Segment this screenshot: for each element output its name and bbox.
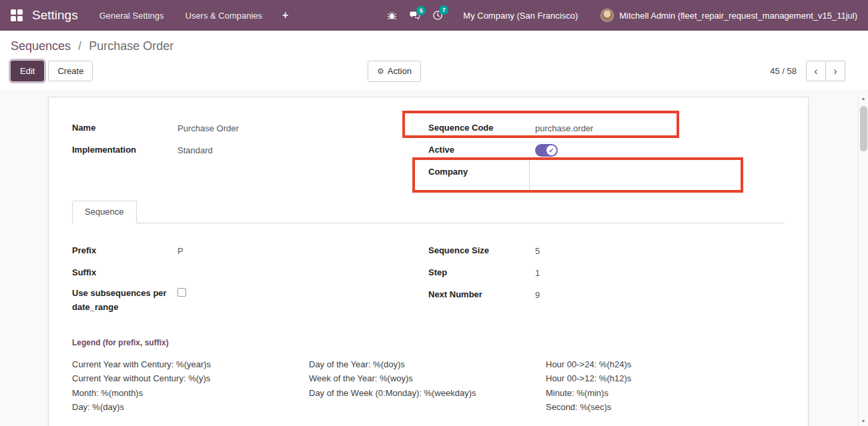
user-name: Mitchell Admin (fleet_repair_request_man… <box>619 11 857 21</box>
field-use-subsequences: Use subsequences per date_range <box>72 286 428 315</box>
legend-item: Hour 00->12: %(h12)s <box>546 371 785 385</box>
legend-item: Day of the Week (0:Monday): %(weekday)s <box>309 386 546 400</box>
step-label: Step <box>428 265 535 279</box>
pager-next-button[interactable]: › <box>825 61 845 81</box>
field-implementation: Implementation Standard <box>72 141 428 159</box>
field-step: Step 1 <box>428 264 785 281</box>
field-sequence-code: Sequence Code purchase.order <box>428 119 785 137</box>
implementation-value: Standard <box>177 145 213 155</box>
sequence-field-group: Prefix P Suffix Use subsequences per dat… <box>72 242 785 319</box>
pager-count: 45 / 58 <box>770 66 797 76</box>
activities-clock-icon[interactable]: 7 <box>432 10 443 21</box>
legend-item: Day of the Year: %(doy)s <box>309 357 546 371</box>
use-subsequences-checkbox[interactable] <box>177 288 186 297</box>
form-view: Name Purchase Order Implementation Stand… <box>0 89 868 426</box>
avatar <box>600 9 614 22</box>
action-label: Action <box>388 66 412 76</box>
scrollbar-down-button[interactable]: ▼ <box>859 416 868 426</box>
sequence-code-value: purchase.order <box>535 123 593 133</box>
apps-menu-icon[interactable] <box>11 9 23 21</box>
activities-badge: 7 <box>439 5 448 15</box>
messages-badge: 5 <box>416 6 426 15</box>
scrollbar-thumb[interactable] <box>860 106 867 151</box>
breadcrumb: Sequences / Purchase Order <box>0 31 868 61</box>
app-name[interactable]: Settings <box>32 8 78 23</box>
name-label: Name <box>72 121 177 135</box>
legend-item: Current Year with Century: %(year)s <box>72 357 309 371</box>
edit-button[interactable]: Edit <box>11 61 44 81</box>
create-button[interactable]: Create <box>48 61 93 81</box>
tab-sequence[interactable]: Sequence <box>72 201 137 223</box>
legend-title: Legend (for prefix, suffix) <box>72 338 785 347</box>
chevron-right-icon: › <box>833 65 837 77</box>
form-sheet: Name Purchase Order Implementation Stand… <box>48 97 809 426</box>
legend-section: Legend (for prefix, suffix) Current Year… <box>72 338 785 415</box>
active-label: Active <box>428 143 535 157</box>
field-prefix: Prefix P <box>72 242 428 259</box>
action-button[interactable]: ⚙Action <box>368 61 421 82</box>
notebook-tabs: Sequence <box>72 201 785 223</box>
messages-icon[interactable]: 5 <box>409 11 420 21</box>
check-icon: ✓ <box>546 145 556 155</box>
gear-icon: ⚙ <box>377 67 384 76</box>
company-cell-divider <box>529 161 530 190</box>
chevron-left-icon: ‹ <box>814 65 817 77</box>
plus-icon[interactable]: + <box>282 9 288 21</box>
pager: ‹ › <box>806 61 845 81</box>
sequence-size-value: 5 <box>535 246 540 256</box>
top-field-group: Name Purchase Order Implementation Stand… <box>72 119 785 185</box>
next-number-value: 9 <box>535 290 540 300</box>
user-menu[interactable]: Mitchell Admin (fleet_repair_request_man… <box>600 9 857 22</box>
company-label: Company <box>428 165 535 179</box>
field-active: Active ✓ <box>428 141 785 159</box>
arrow-down-icon: ▼ <box>861 419 866 423</box>
field-sequence-size: Sequence Size 5 <box>428 242 785 259</box>
field-company: Company <box>428 163 785 181</box>
breadcrumb-separator: / <box>78 39 81 53</box>
prefix-label: Prefix <box>72 243 177 257</box>
prefix-value: P <box>177 246 183 256</box>
breadcrumb-sequences-link[interactable]: Sequences <box>11 39 71 53</box>
use-subsequences-label: Use subsequences per date_range <box>72 286 177 315</box>
scrollbar[interactable]: ▲ ▼ <box>858 93 868 426</box>
next-number-label: Next Number <box>428 287 535 301</box>
control-panel: Edit Create ⚙Action 45 / 58 ‹ › <box>0 61 868 89</box>
step-value: 1 <box>535 268 540 278</box>
legend-item: Second: %(sec)s <box>546 400 785 414</box>
legend-item: Week of the Year: %(woy)s <box>309 371 546 385</box>
arrow-up-icon: ▲ <box>861 96 866 101</box>
legend-item: Day: %(day)s <box>72 400 309 414</box>
menu-users-companies[interactable]: Users & Companies <box>185 11 263 21</box>
pager-previous-button[interactable]: ‹ <box>806 61 826 81</box>
field-next-number: Next Number 9 <box>428 286 785 303</box>
breadcrumb-current: Purchase Order <box>89 39 173 53</box>
sequence-size-label: Sequence Size <box>428 243 535 257</box>
scrollbar-up-button[interactable]: ▲ <box>859 93 868 103</box>
active-toggle[interactable]: ✓ <box>535 144 558 157</box>
suffix-label: Suffix <box>72 265 177 279</box>
legend-item: Month: %(month)s <box>72 386 309 400</box>
top-navbar: Settings General Settings Users & Compan… <box>0 0 868 31</box>
sequence-code-label: Sequence Code <box>428 121 535 135</box>
debug-bug-icon[interactable] <box>387 11 397 21</box>
field-suffix: Suffix <box>72 264 428 281</box>
company-switcher[interactable]: My Company (San Francisco) <box>463 11 578 21</box>
name-value: Purchase Order <box>177 123 239 133</box>
legend-item: Minute: %(min)s <box>546 386 785 400</box>
menu-general-settings[interactable]: General Settings <box>99 11 164 21</box>
legend-item: Current Year without Century: %(y)s <box>72 371 309 385</box>
field-name: Name Purchase Order <box>72 119 428 137</box>
legend-item: Hour 00->24: %(h24)s <box>546 357 785 371</box>
implementation-label: Implementation <box>72 143 177 157</box>
